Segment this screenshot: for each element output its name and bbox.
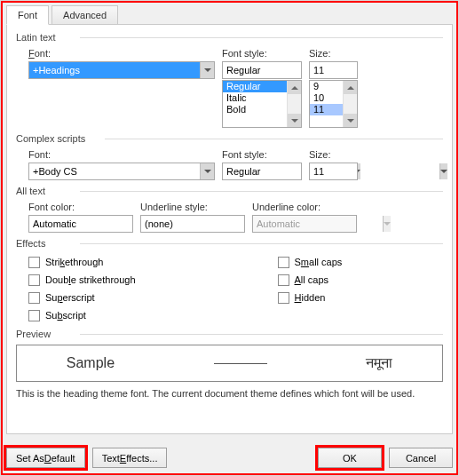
group-title-complex: Complex scripts	[16, 133, 443, 144]
input-underline-color	[253, 216, 383, 232]
combo-complex-size[interactable]	[309, 163, 358, 180]
combo-latin-font[interactable]	[28, 61, 215, 79]
list-item[interactable]: 11	[310, 104, 343, 115]
font-tab-panel: Latin text Font: Font style:	[6, 24, 453, 434]
group-title-latin: Latin text	[16, 32, 443, 43]
ok-button[interactable]: OK	[318, 448, 382, 468]
label-latin-font: Font:	[28, 48, 215, 59]
list-item[interactable]: Italic	[223, 92, 287, 104]
combo-latin-size[interactable]	[309, 61, 358, 79]
group-title-effects: Effects	[16, 238, 443, 249]
combo-font-color[interactable]	[28, 215, 133, 233]
group-preview: Preview Sample नमूना This is the heading…	[16, 329, 443, 400]
group-effects: Effects Strikethrough Double strikethrou…	[16, 238, 443, 323]
combo-complex-font[interactable]	[28, 163, 215, 180]
scroll-up-icon[interactable]	[344, 81, 357, 94]
dialog-button-row: Set As Default Text Effects... OK Cancel	[6, 448, 453, 468]
text-effects-button[interactable]: Text Effects...	[92, 448, 168, 468]
combo-latin-style[interactable]	[222, 61, 302, 79]
list-item[interactable]: Bold	[223, 104, 287, 115]
label-complex-style: Font style:	[222, 149, 302, 160]
checkbox-double-strikethrough[interactable]: Double strikethrough	[28, 272, 136, 288]
label-latin-size: Size:	[309, 48, 358, 59]
list-item[interactable]: Regular	[223, 81, 287, 92]
label-font-color: Font color:	[28, 202, 133, 212]
scrollbar[interactable]	[343, 81, 357, 127]
scroll-up-icon[interactable]	[288, 81, 301, 94]
list-latin-size[interactable]: 9 10 11	[309, 80, 358, 128]
list-item[interactable]: 10	[310, 92, 343, 104]
group-title-preview: Preview	[16, 329, 443, 339]
chevron-down-icon[interactable]	[200, 62, 214, 78]
set-as-default-button[interactable]: Set As Default	[6, 448, 85, 468]
chevron-down-icon	[383, 216, 391, 232]
checkbox-strikethrough[interactable]: Strikethrough	[28, 254, 136, 270]
group-all-text: All text Font color: Underline style:	[16, 186, 443, 233]
scroll-down-icon[interactable]	[344, 114, 357, 127]
scrollbar[interactable]	[287, 81, 301, 127]
tab-advanced[interactable]: Advanced	[51, 5, 118, 25]
input-complex-font[interactable]	[29, 163, 200, 179]
cancel-button[interactable]: Cancel	[389, 448, 453, 468]
combo-underline-style[interactable]	[140, 215, 245, 233]
list-latin-style[interactable]: Regular Italic Bold	[222, 80, 302, 128]
checkbox-superscript[interactable]: Superscript	[28, 290, 136, 305]
tab-font[interactable]: Font	[6, 5, 49, 25]
list-item[interactable]: 9	[310, 81, 343, 92]
combo-complex-style[interactable]	[222, 163, 302, 180]
chevron-down-icon[interactable]	[200, 163, 214, 179]
checkbox-small-caps[interactable]: Small caps	[278, 254, 343, 270]
chevron-down-icon[interactable]	[439, 163, 447, 179]
group-complex-scripts: Complex scripts Font: Font style:	[16, 133, 443, 180]
checkbox-subscript[interactable]: Subscript	[28, 307, 136, 323]
input-complex-size[interactable]	[310, 163, 439, 179]
preview-sample-latin: Sample	[67, 355, 115, 371]
scroll-down-icon[interactable]	[288, 114, 301, 127]
label-complex-font: Font:	[28, 149, 215, 160]
font-dialog: Font Advanced Latin text Font: Font styl…	[0, 0, 459, 476]
combo-underline-color	[252, 215, 357, 233]
preview-sample-complex: नमूना	[366, 355, 392, 371]
input-latin-font[interactable]	[29, 62, 200, 78]
tab-strip: Font Advanced	[6, 4, 453, 24]
group-latin-text: Latin text Font: Font style:	[16, 32, 443, 128]
group-title-alltext: All text	[16, 186, 443, 196]
label-complex-size: Size:	[309, 149, 358, 160]
preview-box: Sample नमूना	[16, 345, 443, 382]
preview-description: This is the heading theme font. The curr…	[16, 387, 443, 400]
input-latin-size[interactable]	[310, 62, 439, 78]
checkbox-hidden[interactable]: Hidden	[278, 290, 343, 305]
label-latin-style: Font style:	[222, 48, 302, 59]
label-underline-style: Underline style:	[140, 202, 245, 212]
checkbox-all-caps[interactable]: All caps	[278, 272, 343, 288]
label-underline-color: Underline color:	[252, 202, 357, 212]
